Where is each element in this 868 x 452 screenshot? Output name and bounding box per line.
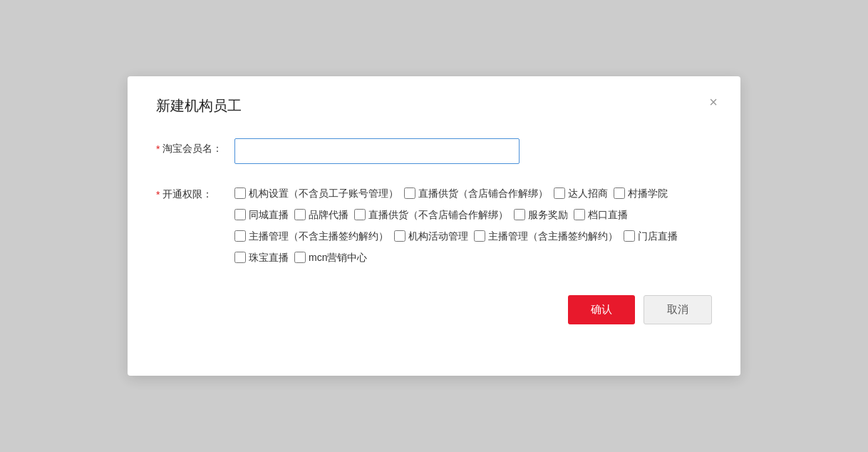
confirm-button[interactable]: 确认 bbox=[568, 295, 635, 324]
permission-item-anchor_mgmt_with_contract: 主播管理（含主播签约解约） bbox=[474, 227, 619, 246]
checkbox-brand_broadcast[interactable] bbox=[294, 209, 306, 220]
checkbox-live_supply[interactable] bbox=[404, 188, 415, 199]
permission-label-talent_recruit[interactable]: 达人招商 bbox=[568, 184, 608, 203]
permission-label-service_reward[interactable]: 服务奖励 bbox=[528, 205, 568, 225]
required-star-permissions: * bbox=[156, 189, 160, 200]
permission-item-live_supply_no_unbind: 直播供货（不含店铺合作解绑） bbox=[354, 205, 510, 225]
permission-item-jewelry_live: 珠宝直播 bbox=[234, 248, 290, 267]
checkbox-service_reward[interactable] bbox=[514, 209, 525, 220]
permission-item-service_reward: 服务奖励 bbox=[514, 205, 569, 225]
permission-label-live_supply_no_unbind[interactable]: 直播供货（不含店铺合作解绑） bbox=[368, 205, 508, 225]
username-input[interactable] bbox=[234, 138, 520, 164]
checkbox-jewelry_live[interactable] bbox=[234, 252, 246, 263]
checkbox-anchor_mgmt_no_contract[interactable] bbox=[234, 230, 246, 242]
checkbox-org_activity[interactable] bbox=[394, 230, 405, 242]
permission-label-org_activity[interactable]: 机构活动管理 bbox=[408, 227, 468, 246]
permission-label-store_live[interactable]: 门店直播 bbox=[638, 227, 678, 246]
checkbox-local_live[interactable] bbox=[234, 209, 246, 220]
permission-item-org_settings: 机构设置（不含员工子账号管理） bbox=[234, 184, 400, 203]
permissions-area: 机构设置（不含员工子账号管理）直播供货（含店铺合作解绑）达人招商村播学院同城直播… bbox=[234, 184, 712, 269]
checkbox-village_broadcast[interactable] bbox=[614, 188, 625, 199]
username-label: * 淘宝会员名： bbox=[156, 138, 234, 155]
checkbox-anchor_mgmt_with_contract[interactable] bbox=[474, 230, 485, 242]
permission-label-local_live[interactable]: 同城直播 bbox=[249, 205, 289, 225]
checkbox-talent_recruit[interactable] bbox=[554, 188, 565, 199]
permission-label-village_broadcast[interactable]: 村播学院 bbox=[628, 184, 668, 203]
permission-label-brand_broadcast[interactable]: 品牌代播 bbox=[309, 205, 348, 225]
checkbox-store_live[interactable] bbox=[624, 230, 635, 242]
checkbox-live_supply_no_unbind[interactable] bbox=[354, 209, 366, 220]
permission-label-mcn_marketing[interactable]: mcn营销中心 bbox=[309, 248, 367, 267]
permission-item-talent_recruit: 达人招商 bbox=[554, 184, 609, 203]
cancel-button[interactable]: 取消 bbox=[644, 295, 712, 324]
permission-label-live_supply[interactable]: 直播供货（含店铺合作解绑） bbox=[418, 184, 548, 203]
permission-label-anchor_mgmt_with_contract[interactable]: 主播管理（含主播签约解约） bbox=[488, 227, 618, 246]
permission-item-store_live: 门店直播 bbox=[624, 227, 679, 246]
permission-item-brand_broadcast: 品牌代播 bbox=[294, 205, 350, 225]
required-star-username: * bbox=[156, 143, 160, 155]
dialog-footer: 确认 取消 bbox=[156, 295, 712, 324]
permissions-row: * 开通权限： 机构设置（不含员工子账号管理）直播供货（含店铺合作解绑）达人招商… bbox=[156, 184, 712, 269]
checkbox-window_live[interactable] bbox=[574, 209, 585, 220]
dialog-container: 新建机构员工 × * 淘宝会员名： * 开通权限： 机构设置（不含员工子账号管理… bbox=[128, 76, 740, 376]
permission-item-mcn_marketing: mcn营销中心 bbox=[294, 248, 368, 267]
close-button[interactable]: × bbox=[706, 92, 720, 112]
permission-label-jewelry_live[interactable]: 珠宝直播 bbox=[249, 248, 289, 267]
permission-item-anchor_mgmt_no_contract: 主播管理（不含主播签约解约） bbox=[234, 227, 390, 246]
permission-item-village_broadcast: 村播学院 bbox=[614, 184, 669, 203]
permission-label-anchor_mgmt_no_contract[interactable]: 主播管理（不含主播签约解约） bbox=[249, 227, 388, 246]
permission-item-org_activity: 机构活动管理 bbox=[394, 227, 470, 246]
username-row: * 淘宝会员名： bbox=[156, 138, 712, 164]
permission-label-org_settings[interactable]: 机构设置（不含员工子账号管理） bbox=[249, 184, 398, 203]
checkbox-mcn_marketing[interactable] bbox=[294, 252, 306, 263]
permission-item-local_live: 同城直播 bbox=[234, 205, 290, 225]
permission-label-window_live[interactable]: 档口直播 bbox=[588, 205, 628, 225]
permission-item-window_live: 档口直播 bbox=[574, 205, 629, 225]
modal-overlay: 新建机构员工 × * 淘宝会员名： * 开通权限： 机构设置（不含员工子账号管理… bbox=[0, 0, 868, 452]
checkbox-org_settings[interactable] bbox=[234, 188, 246, 199]
permissions-label: * 开通权限： bbox=[156, 184, 234, 201]
dialog-title: 新建机构员工 bbox=[156, 96, 712, 115]
permission-item-live_supply: 直播供货（含店铺合作解绑） bbox=[404, 184, 549, 203]
